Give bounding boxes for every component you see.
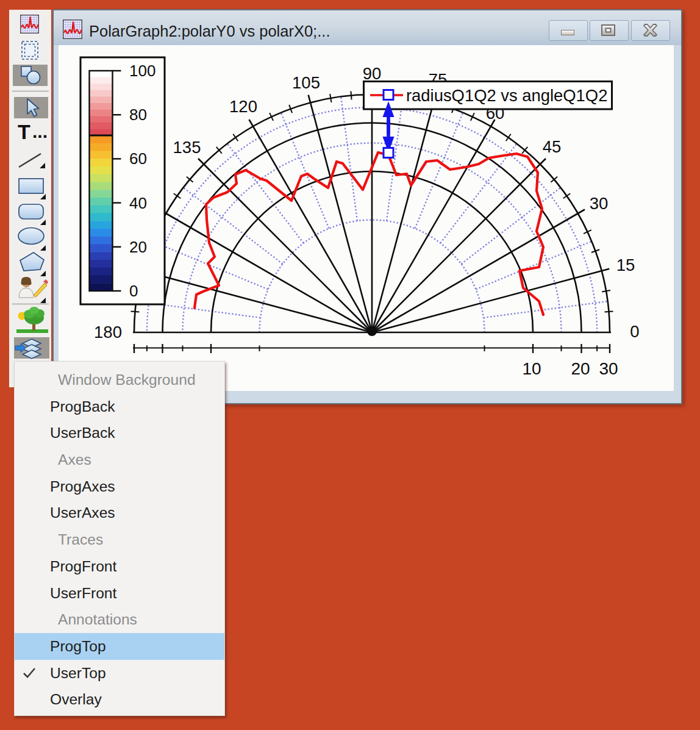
svg-text:120: 120: [229, 97, 257, 116]
svg-text:...: ...: [32, 121, 48, 141]
svg-text:100: 100: [129, 62, 155, 80]
svg-text:80: 80: [129, 106, 147, 124]
svg-text:135: 135: [173, 138, 201, 157]
svg-text:20: 20: [129, 238, 147, 256]
svg-text:45: 45: [543, 137, 562, 156]
svg-text:60: 60: [129, 149, 147, 168]
svg-text:105: 105: [292, 73, 320, 92]
svg-text:20: 20: [571, 359, 590, 378]
svg-text:30: 30: [590, 194, 609, 213]
svg-text:180: 180: [94, 323, 122, 342]
svg-text:radiusQ1Q2 vs angleQ1Q2: radiusQ1Q2 vs angleQ1Q2: [406, 86, 607, 105]
svg-text:90: 90: [363, 64, 382, 83]
svg-text:30: 30: [599, 359, 618, 378]
svg-text:0: 0: [129, 282, 138, 300]
svg-text:0: 0: [630, 322, 639, 341]
svg-text:15: 15: [616, 256, 635, 274]
svg-text:10: 10: [522, 359, 541, 378]
svg-text:T: T: [18, 120, 30, 143]
svg-text:40: 40: [129, 194, 147, 212]
